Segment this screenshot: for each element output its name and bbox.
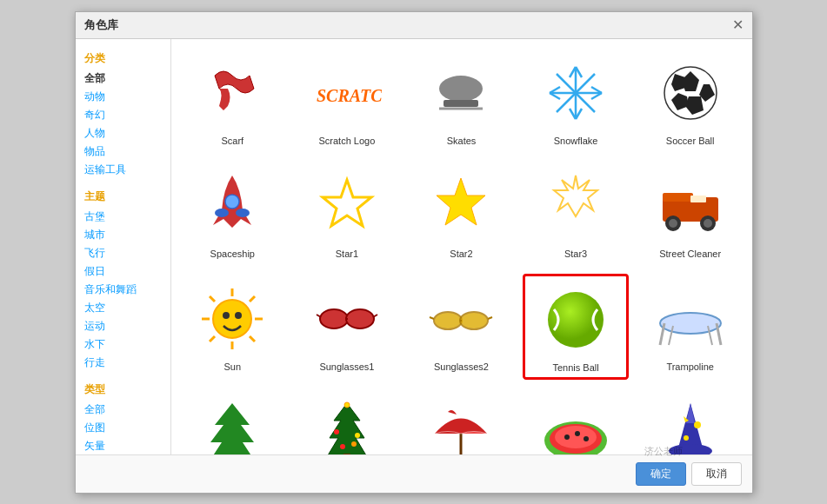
sidebar-section-label: 类型 bbox=[76, 379, 170, 401]
sidebar-item-all-cat[interactable]: 全部 bbox=[76, 70, 170, 88]
content-area: ScarfSCRATCHScratch LogoSkatesSnowflakeS… bbox=[171, 39, 752, 454]
sprite-item-umbrella[interactable]: Umbrella bbox=[409, 388, 515, 454]
sprite-grid: ScarfSCRATCHScratch LogoSkatesSnowflakeS… bbox=[171, 39, 752, 454]
sprite-item-star3[interactable]: Star3 bbox=[523, 161, 629, 265]
svg-point-35 bbox=[213, 300, 251, 338]
sidebar-item-people[interactable]: 人物 bbox=[76, 124, 170, 143]
sun-label: Sun bbox=[224, 361, 242, 372]
sidebar-item-all-type[interactable]: 全部 bbox=[76, 401, 170, 419]
svg-marker-25 bbox=[323, 180, 371, 226]
scarf-icon bbox=[193, 54, 271, 132]
sidebar-item-space[interactable]: 太空 bbox=[76, 299, 170, 317]
snowflake-label: Snowflake bbox=[554, 136, 598, 146]
svg-point-31 bbox=[669, 219, 677, 228]
svg-point-75 bbox=[564, 434, 570, 440]
sidebar-item-fantasy[interactable]: 奇幻 bbox=[76, 106, 170, 124]
watermelon-icon bbox=[537, 395, 615, 454]
sprite-item-trampoline[interactable]: Trampoline bbox=[637, 274, 744, 380]
tennis-ball-icon bbox=[537, 281, 615, 359]
sidebar-section: 类型全部位图矢量 bbox=[76, 379, 170, 454]
sprite-item-scarf[interactable]: Scarf bbox=[180, 48, 286, 152]
sidebar-item-castle[interactable]: 古堡 bbox=[76, 208, 170, 226]
umbrella-icon bbox=[422, 395, 500, 454]
sprite-item-watermelon[interactable]: Watermelon bbox=[523, 388, 629, 454]
sprite-item-soccer-ball[interactable]: Soccer Ball bbox=[637, 48, 744, 152]
street-cleaner-icon bbox=[651, 167, 730, 245]
soccer-ball-icon bbox=[651, 54, 730, 132]
dialog-titlebar: 角色库 ✕ bbox=[76, 12, 752, 39]
sprite-item-sunglasses2[interactable]: Sunglasses2 bbox=[409, 274, 515, 380]
skates-label: Skates bbox=[447, 136, 477, 146]
svg-line-42 bbox=[250, 296, 255, 302]
sprite-item-star2[interactable]: Star2 bbox=[409, 161, 515, 265]
sprite-item-street-cleaner[interactable]: Street Cleaner bbox=[637, 161, 744, 265]
cancel-button[interactable]: 取消 bbox=[691, 462, 742, 486]
scarf-label: Scarf bbox=[221, 136, 243, 146]
scratch-logo-label: Scratch Logo bbox=[318, 136, 375, 146]
sprite-item-tree2[interactable]: Tree2 bbox=[294, 388, 400, 454]
sidebar-item-transport[interactable]: 运输工具 bbox=[76, 161, 170, 179]
svg-text:SCRATCH: SCRATCH bbox=[317, 86, 382, 105]
svg-point-33 bbox=[704, 219, 712, 228]
svg-point-44 bbox=[223, 312, 230, 319]
svg-point-46 bbox=[320, 309, 348, 328]
sprite-item-sun[interactable]: Sun bbox=[180, 274, 286, 380]
sunglasses1-label: Sunglasses1 bbox=[319, 361, 374, 372]
sprite-item-skates[interactable]: Skates bbox=[409, 48, 515, 152]
sidebar-item-city[interactable]: 城市 bbox=[76, 226, 170, 244]
sidebar-item-animal[interactable]: 动物 bbox=[76, 88, 170, 106]
svg-rect-34 bbox=[690, 196, 706, 202]
sprite-item-spaceship[interactable]: Spaceship bbox=[180, 161, 286, 265]
sidebar-item-underwater[interactable]: 水下 bbox=[76, 335, 170, 354]
dialog-footer: 济公老师 确定 取消 bbox=[76, 454, 752, 493]
svg-rect-29 bbox=[663, 193, 693, 202]
svg-point-56 bbox=[548, 292, 604, 348]
svg-point-23 bbox=[215, 209, 229, 217]
sidebar-item-walk[interactable]: 行走 bbox=[76, 354, 170, 372]
dialog-body: 分类全部动物奇幻人物物品运输工具主题古堡城市飞行假日音乐和舞蹈太空运动水下行走类… bbox=[76, 39, 752, 454]
svg-point-47 bbox=[346, 309, 374, 328]
star1-label: Star1 bbox=[336, 249, 358, 259]
svg-marker-27 bbox=[554, 176, 597, 216]
svg-point-74 bbox=[555, 426, 597, 448]
sprite-item-snowflake[interactable]: Snowflake bbox=[523, 48, 629, 152]
star3-label: Star3 bbox=[564, 249, 587, 259]
sidebar-section-label: 分类 bbox=[76, 48, 170, 70]
confirm-button[interactable]: 确定 bbox=[636, 462, 686, 486]
watermark: 济公老师 bbox=[644, 445, 683, 458]
street-cleaner-label: Street Cleaner bbox=[659, 249, 721, 259]
sidebar: 分类全部动物奇幻人物物品运输工具主题古堡城市飞行假日音乐和舞蹈太空运动水下行走类… bbox=[76, 39, 171, 454]
sprite-item-star1[interactable]: Star1 bbox=[294, 161, 400, 265]
svg-line-41 bbox=[250, 336, 255, 342]
sidebar-item-bitmap[interactable]: 位图 bbox=[76, 419, 170, 437]
close-button[interactable]: ✕ bbox=[732, 18, 744, 32]
sidebar-item-vector[interactable]: 矢量 bbox=[76, 437, 170, 454]
sprite-item-tree1[interactable]: Tree1 bbox=[180, 388, 286, 454]
sidebar-section-label: 主题 bbox=[76, 186, 170, 208]
sprite-item-sunglasses1[interactable]: Sunglasses1 bbox=[294, 274, 400, 380]
tree1-icon bbox=[193, 395, 271, 454]
svg-point-45 bbox=[235, 312, 242, 319]
trampoline-label: Trampoline bbox=[666, 361, 714, 372]
sidebar-section: 主题古堡城市飞行假日音乐和舞蹈太空运动水下行走 bbox=[76, 186, 170, 372]
sidebar-item-things[interactable]: 物品 bbox=[76, 143, 170, 161]
skates-icon bbox=[422, 54, 500, 132]
tennis-ball-label: Tennis Ball bbox=[552, 362, 598, 373]
spaceship-label: Spaceship bbox=[210, 249, 255, 259]
sidebar-item-holiday[interactable]: 假日 bbox=[76, 262, 170, 281]
svg-point-70 bbox=[351, 441, 357, 447]
sprite-item-scratch-logo[interactable]: SCRATCHScratch Logo bbox=[294, 48, 400, 152]
svg-line-53 bbox=[430, 317, 434, 319]
svg-point-80 bbox=[684, 435, 689, 441]
svg-point-66 bbox=[344, 402, 350, 408]
star2-icon bbox=[422, 167, 500, 245]
sidebar-item-fly[interactable]: 飞行 bbox=[76, 244, 170, 262]
sprite-item-tennis-ball[interactable]: Tennis Ball bbox=[523, 274, 629, 380]
sidebar-item-music[interactable]: 音乐和舞蹈 bbox=[76, 281, 170, 299]
spaceship-icon bbox=[193, 167, 271, 245]
svg-point-77 bbox=[584, 436, 589, 441]
svg-marker-64 bbox=[328, 403, 366, 454]
sidebar-item-sport[interactable]: 运动 bbox=[76, 317, 170, 335]
trampoline-icon bbox=[651, 280, 730, 358]
svg-marker-62 bbox=[210, 403, 254, 454]
